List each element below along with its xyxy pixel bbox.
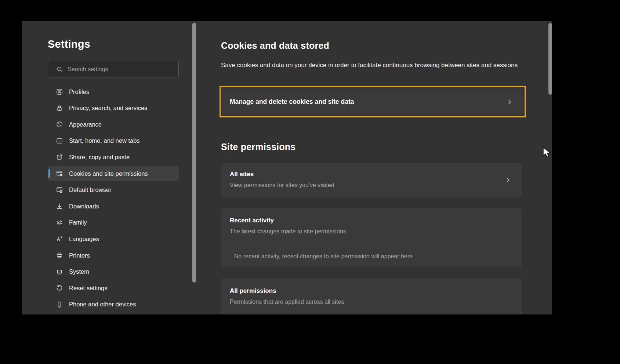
lock-icon: [56, 105, 63, 112]
content-scrollbar[interactable]: [548, 23, 552, 95]
section-heading-cookies: Cookies and data stored: [221, 40, 329, 51]
recent-activity-card: Recent activity The latest changes made …: [221, 208, 522, 267]
selected-accent-bar: [48, 169, 50, 178]
sidebar-item-cookies-site-permissions[interactable]: Cookies and site permissions: [48, 166, 179, 181]
cookies-gear-icon: [56, 170, 63, 177]
share-icon: [56, 153, 63, 161]
sidebar-item-start-home-tabs[interactable]: Start, home, and new tabs: [48, 134, 179, 148]
window-tabs-icon: [56, 137, 63, 145]
family-icon: [56, 219, 63, 226]
recent-activity-title: Recent activity: [230, 217, 274, 224]
sidebar-item-languages[interactable]: Languages: [48, 232, 179, 246]
card-divider: [221, 313, 522, 313]
recent-activity-empty-message: No recent activity, recent changes to si…: [234, 253, 413, 260]
manage-cookies-row[interactable]: Manage and delete cookies and site data: [222, 88, 523, 115]
sidebar-item-label: Family: [69, 219, 87, 226]
cookies-description: Save cookies and data on your device in …: [221, 60, 526, 70]
manage-cookies-label: Manage and delete cookies and site data: [230, 98, 354, 106]
printer-icon: [56, 252, 63, 259]
manage-cookies-highlight-outline: Manage and delete cookies and site data: [220, 86, 526, 117]
sidebar-item-phone-other-devices[interactable]: Phone and other devices: [48, 297, 179, 312]
search-icon: [56, 66, 63, 73]
languages-icon: [56, 235, 63, 243]
sidebar-item-appearance[interactable]: Appearance: [48, 117, 179, 132]
all-sites-subtitle: View permissions for sites you've visite…: [230, 182, 334, 189]
sidebar-item-label: Phone and other devices: [69, 301, 136, 308]
page-title: Settings: [48, 38, 90, 50]
sidebar-item-privacy[interactable]: Privacy, search, and services: [48, 101, 179, 116]
sidebar-item-label: Profiles: [69, 88, 89, 95]
sidebar-item-label: Default browser: [69, 186, 112, 193]
recent-activity-subtitle: The latest changes made to site permissi…: [230, 228, 346, 235]
phone-icon: [56, 301, 63, 308]
sidebar-item-label: Downloads: [69, 203, 99, 210]
sidebar-item-label: Share, copy and paste: [69, 154, 130, 161]
mouse-cursor-icon: [543, 147, 552, 159]
sidebar-item-label: Printers: [69, 252, 90, 259]
reset-icon: [56, 284, 63, 292]
search-settings-box[interactable]: [48, 61, 179, 77]
sidebar-item-profiles[interactable]: Profiles: [48, 84, 179, 99]
sidebar-item-label: Languages: [69, 236, 99, 243]
sidebar-item-label: Reset settings: [69, 285, 108, 292]
all-sites-title: All sites: [230, 171, 254, 178]
settings-window: Settings Profiles Privacy, search, and s…: [22, 21, 552, 314]
sidebar-item-label: Privacy, search, and services: [69, 105, 147, 112]
sidebar-item-default-browser[interactable]: Default browser: [48, 183, 179, 197]
sidebar-item-system[interactable]: System: [48, 265, 179, 279]
sidebar-item-label: Appearance: [69, 121, 102, 128]
download-icon: [56, 203, 63, 210]
laptop-icon: [56, 268, 63, 276]
all-permissions-subtitle: Permissions that are applied across all …: [230, 299, 344, 305]
sidebar-item-label: Start, home, and new tabs: [69, 137, 140, 144]
section-heading-site-permissions: Site permissions: [221, 142, 296, 152]
profiles-icon: [56, 88, 63, 95]
sidebar-item-share-copy-paste[interactable]: Share, copy and paste: [48, 150, 179, 164]
search-input[interactable]: [67, 66, 178, 73]
all-sites-row[interactable]: All sites View permissions for sites you…: [221, 163, 522, 197]
sidebar-item-label: Cookies and site permissions: [69, 170, 148, 177]
sidebar-item-reset-settings[interactable]: Reset settings: [48, 281, 179, 295]
all-permissions-card[interactable]: All permissions Permissions that are app…: [221, 278, 522, 314]
all-permissions-title: All permissions: [230, 287, 276, 295]
browser-check-icon: [56, 186, 63, 194]
sidebar-item-downloads[interactable]: Downloads: [48, 199, 179, 214]
card-divider: [221, 241, 522, 241]
sidebar-item-label: System: [69, 268, 89, 275]
sidebar-item-printers[interactable]: Printers: [48, 248, 179, 263]
chevron-right-icon: [504, 176, 512, 184]
sidebar-item-family[interactable]: Family: [48, 215, 179, 230]
chevron-right-icon: [506, 98, 513, 106]
palette-icon: [56, 121, 63, 128]
sidebar-scrollbar[interactable]: [192, 23, 196, 283]
